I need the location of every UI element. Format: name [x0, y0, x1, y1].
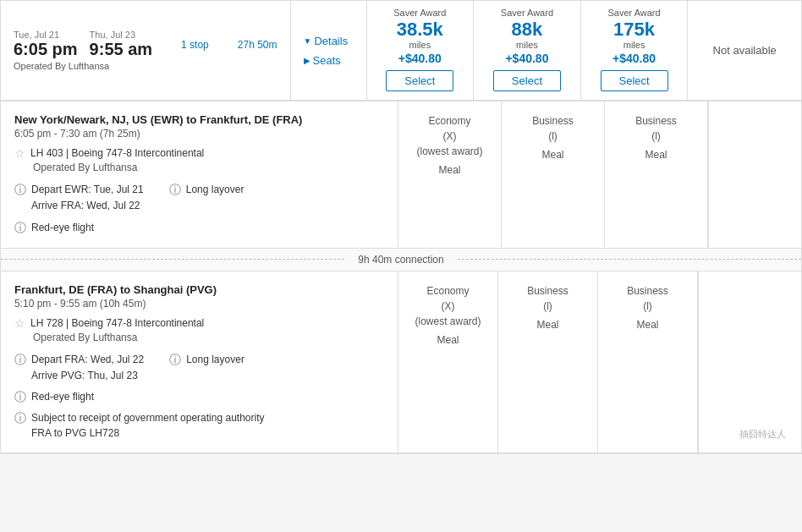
seg2-govt: Subject to receipt of government operati…	[31, 410, 265, 441]
select-button-2[interactable]: Select	[493, 70, 561, 91]
depart-time: 6:05 pm	[14, 40, 78, 59]
info-icon-4: ⓘ	[14, 353, 26, 368]
seg2-red-eye: Red-eye flight	[31, 391, 94, 403]
seg1-cabin3-class: Business (l)	[635, 113, 677, 144]
select-button-3[interactable]: Select	[601, 70, 668, 91]
award-label-3: Saver Award	[607, 8, 660, 18]
miles-unit-1: miles	[409, 40, 431, 50]
info-icon-1: ⓘ	[14, 183, 26, 198]
miles-unit-2: miles	[516, 40, 538, 50]
select-button-1[interactable]: Select	[386, 70, 453, 91]
seg1-red-eye: Red-eye flight	[31, 222, 94, 233]
chevron-down-icon: ▼	[304, 36, 312, 46]
miles-amount-3: 175k	[613, 19, 655, 40]
seg1-cabin-3: Business (l) Meal	[605, 101, 708, 247]
details-label: Details	[314, 35, 348, 47]
watermark: 抽囧特达人	[731, 423, 794, 446]
connection-label: 9h 40m connection	[344, 254, 457, 266]
seg2-cabin2-class: Business (l)	[527, 283, 569, 314]
seg2-cabin3-meal: Meal	[636, 319, 658, 331]
flight-duration: 27h 50m	[238, 39, 277, 51]
star-icon-1: ☆	[14, 146, 25, 160]
seg1-depart-info: Depart EWR: Tue, Jul 21 Arrive FRA: Wed,…	[31, 182, 144, 214]
seats-link[interactable]: ▶ Seats	[304, 54, 354, 67]
seg2-depart-info: Depart FRA: Wed, Jul 22 Arrive PVG: Thu,…	[31, 352, 144, 384]
depart-date: Tue, Jul 21	[14, 30, 78, 40]
seg1-operated: Operated By Lufthansa	[33, 162, 384, 173]
seg1-cabin2-meal: Meal	[541, 149, 563, 161]
seg2-cabin-2: Business (l) Meal	[498, 271, 598, 452]
info-icon-5: ⓘ	[169, 353, 181, 368]
seg2-time: 5:10 pm - 9:55 am (10h 45m)	[14, 298, 384, 310]
cash-amount-1: +$40.80	[398, 52, 442, 65]
details-link[interactable]: ▼ Details	[304, 35, 354, 47]
info-icon-3: ⓘ	[14, 221, 26, 236]
info-icon-2: ⓘ	[169, 183, 181, 198]
seg1-cabin1-class: Economy (X) (lowest award)	[416, 113, 482, 159]
award-label-1: Saver Award	[393, 8, 446, 18]
info-icon-6: ⓘ	[14, 390, 26, 405]
seg1-flight: LH 403 | Boeing 747-8 Intercontinental	[30, 147, 204, 159]
seg1-cabin2-class: Business (l)	[532, 113, 574, 144]
seg2-cabin-3: Business (l) Meal	[598, 271, 698, 452]
seg1-layover: Long layover	[186, 182, 244, 198]
seg2-flight: LH 728 | Boeing 747-8 Intercontinental	[30, 317, 204, 329]
seg2-cabin2-meal: Meal	[536, 319, 558, 331]
seg1-cabin1-meal: Meal	[438, 164, 460, 176]
operated-by: Operated By Lufthansa	[14, 61, 277, 71]
award-label-2: Saver Award	[501, 8, 553, 18]
seg2-cabin-1: Economy (X) (lowest award) Meal	[398, 271, 498, 452]
seg2-cabin1-meal: Meal	[437, 334, 459, 346]
chevron-right-icon: ▶	[304, 56, 310, 65]
arrive-time: 9:55 am	[90, 40, 153, 59]
seg1-cabin-2: Business (l) Meal	[502, 101, 605, 247]
award-col-1: Saver Award 38.5k miles +$40.80 Select	[367, 1, 475, 100]
info-icon-7: ⓘ	[14, 411, 26, 426]
seg1-cabin3-meal: Meal	[645, 149, 667, 161]
miles-unit-3: miles	[623, 40, 645, 50]
miles-amount-2: 88k	[512, 19, 543, 40]
seg2-cabin1-class: Economy (X) (lowest award)	[415, 283, 481, 329]
seg1-time: 6:05 pm - 7:30 am (7h 25m)	[14, 128, 384, 140]
miles-amount-1: 38.5k	[397, 19, 443, 40]
cash-amount-2: +$40.80	[505, 52, 548, 65]
seg2-operated: Operated By Lufthansa	[33, 332, 384, 343]
seg2-route: Frankfurt, DE (FRA) to Shanghai (PVG)	[14, 283, 384, 296]
cash-amount-3: +$40.80	[612, 52, 656, 65]
stop-count: 1 stop	[181, 39, 209, 51]
arrive-date: Thu, Jul 23	[90, 30, 153, 40]
seg1-cabin-1: Economy (X) (lowest award) Meal	[398, 101, 502, 247]
seg2-layover: Long layover	[186, 352, 244, 368]
not-available: Not available	[688, 1, 801, 100]
seg1-route: New York/Newark, NJ, US (EWR) to Frankfu…	[14, 113, 384, 126]
award-col-2: Saver Award 88k miles +$40.80 Select	[474, 1, 581, 100]
seats-label: Seats	[313, 54, 341, 67]
star-icon-2: ☆	[14, 316, 25, 330]
award-col-3: Saver Award 175k miles +$40.80 Select	[581, 1, 689, 100]
seg2-cabin3-class: Business (l)	[627, 283, 668, 314]
